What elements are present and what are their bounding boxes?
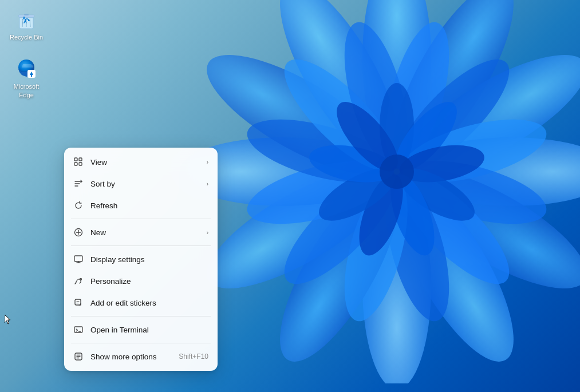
view-arrow: › (207, 159, 208, 165)
stickers-label: Add or edit stickers (90, 299, 208, 307)
svg-rect-43 (31, 75, 32, 77)
svg-rect-51 (74, 256, 82, 262)
menu-item-more-options[interactable]: Show more options Shift+F10 (64, 346, 218, 367)
divider-4 (71, 343, 211, 343)
microsoft-edge-icon[interactable]: Microsoft Edge (6, 55, 47, 101)
svg-point-33 (380, 155, 414, 189)
terminal-label: Open in Terminal (90, 326, 208, 334)
edge-image (15, 57, 38, 80)
terminal-icon (73, 324, 84, 335)
edge-label: Microsoft Edge (8, 82, 45, 99)
recycle-bin-label: Recycle Bin (10, 33, 43, 41)
personalize-label: Personalize (90, 277, 208, 286)
menu-item-sort[interactable]: Sort by › (64, 173, 218, 195)
menu-item-refresh[interactable]: Refresh (64, 195, 218, 216)
display-label: Display settings (90, 255, 208, 264)
menu-item-stickers[interactable]: Add or edit stickers (64, 292, 218, 314)
stickers-icon (73, 298, 84, 308)
desktop-icons: Recycle Bin (6, 6, 47, 101)
menu-item-personalize[interactable]: Personalize (64, 270, 218, 292)
svg-rect-58 (74, 327, 82, 332)
menu-item-terminal[interactable]: Open in Terminal (64, 319, 218, 340)
menu-item-view[interactable]: View › (64, 151, 218, 173)
svg-rect-55 (75, 299, 81, 305)
divider-3 (71, 316, 211, 316)
sort-icon (73, 179, 84, 189)
svg-rect-44 (74, 158, 77, 161)
sort-arrow: › (207, 181, 208, 187)
new-icon (73, 227, 84, 237)
more-options-icon (73, 351, 84, 362)
divider-2 (71, 246, 211, 246)
refresh-label: Refresh (90, 201, 208, 210)
bloom-wallpaper (179, 0, 580, 383)
sort-label: Sort by (90, 180, 200, 188)
svg-rect-47 (79, 163, 82, 165)
svg-rect-45 (74, 163, 77, 165)
svg-point-54 (80, 279, 82, 280)
more-options-shortcut: Shift+F10 (179, 353, 208, 361)
more-options-label: Show more options (90, 353, 172, 361)
new-arrow: › (207, 229, 208, 236)
menu-item-display[interactable]: Display settings (64, 248, 218, 270)
personalize-icon (73, 276, 84, 286)
context-menu: View › Sort by › Refresh (64, 148, 218, 371)
svg-rect-37 (24, 14, 29, 15)
divider-1 (71, 219, 211, 219)
mouse-cursor (5, 315, 11, 325)
recycle-bin-image (15, 8, 38, 31)
view-label: View (90, 158, 200, 167)
new-label: New (90, 228, 200, 237)
svg-rect-46 (79, 158, 82, 161)
recycle-bin-icon[interactable]: Recycle Bin (6, 6, 47, 43)
refresh-icon (73, 200, 84, 211)
display-icon (73, 254, 84, 264)
view-icon (73, 157, 84, 167)
menu-item-new[interactable]: New › (64, 221, 218, 243)
